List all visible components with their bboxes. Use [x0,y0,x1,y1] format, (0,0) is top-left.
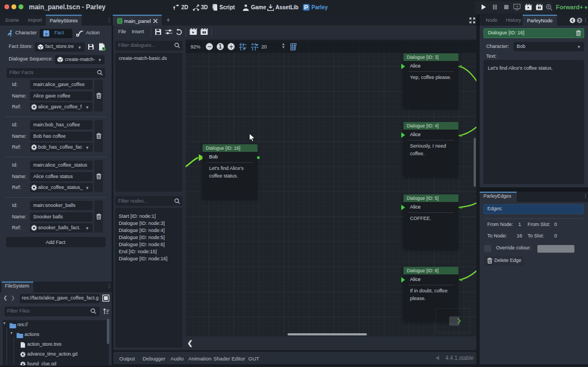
svg-text:?: ? [45,32,48,37]
